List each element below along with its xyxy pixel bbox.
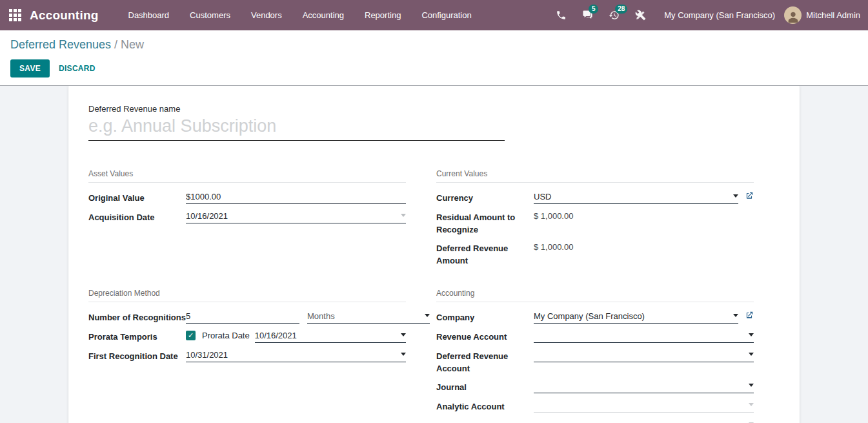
residual-amount-value: $ 1,000.00 bbox=[534, 210, 573, 221]
messages-badge: 5 bbox=[589, 5, 598, 14]
name-field-label: Deferred Revenue name bbox=[88, 104, 780, 114]
field-analytic-account: Analytic Account bbox=[436, 399, 754, 413]
recognition-period-select[interactable] bbox=[307, 310, 421, 321]
prorata-date-input[interactable] bbox=[255, 329, 397, 340]
original-value-input[interactable] bbox=[186, 191, 406, 201]
company-external-link-icon[interactable] bbox=[745, 310, 754, 322]
chevron-down-icon[interactable] bbox=[749, 403, 754, 406]
field-journal: Journal bbox=[436, 380, 754, 394]
chevron-down-icon[interactable] bbox=[749, 353, 754, 356]
activities-badge: 28 bbox=[615, 5, 627, 14]
chevron-down-icon[interactable] bbox=[425, 314, 430, 317]
top-navbar: Accounting Dashboard Customers Vendors A… bbox=[0, 0, 868, 30]
analytic-tag-input[interactable] bbox=[534, 418, 745, 423]
apps-grid-icon bbox=[9, 9, 21, 21]
field-original-value: Original Value bbox=[88, 191, 406, 205]
field-acquisition-date: Acquisition Date bbox=[88, 210, 406, 224]
menu-vendors[interactable]: Vendors bbox=[241, 0, 292, 30]
tools-icon bbox=[635, 10, 646, 21]
company-input[interactable] bbox=[534, 310, 729, 321]
analytic-account-input[interactable] bbox=[534, 399, 745, 410]
deferred-revenue-account-input[interactable] bbox=[534, 349, 745, 360]
revenue-account-input[interactable] bbox=[534, 329, 745, 340]
form-sheet: Deferred Revenue name Asset Values Origi… bbox=[68, 86, 800, 423]
accounting-title: Accounting bbox=[436, 289, 754, 302]
voip-button[interactable] bbox=[548, 0, 574, 30]
messages-button[interactable]: 5 bbox=[574, 0, 601, 30]
section-accounting: Accounting Company Revenue Account bbox=[436, 289, 754, 423]
current-values-title: Current Values bbox=[436, 169, 754, 183]
content-area: Deferred Revenue name Asset Values Origi… bbox=[0, 86, 868, 423]
prorata-date-label: Prorata Date bbox=[202, 331, 250, 340]
systray: 5 28 My Company (San Francisco) Mitchell… bbox=[548, 0, 860, 30]
currency-input[interactable] bbox=[534, 191, 729, 201]
breadcrumb-separator: / bbox=[111, 38, 121, 51]
chevron-down-icon[interactable] bbox=[733, 314, 738, 317]
field-first-recognition-date: First Recognition Date bbox=[88, 349, 406, 363]
avatar bbox=[784, 6, 802, 24]
field-residual-amount: Residual Amount to Recognize $ 1,000.00 bbox=[436, 210, 754, 236]
field-deferred-revenue-account: Deferred Revenue Account bbox=[436, 349, 754, 375]
asset-values-title: Asset Values bbox=[88, 169, 406, 183]
field-deferred-amount: Deferred Revenue Amount $ 1,000.00 bbox=[436, 241, 754, 267]
breadcrumb: Deferred Revenues / New bbox=[10, 38, 858, 52]
acquisition-date-input[interactable] bbox=[186, 210, 397, 221]
breadcrumb-parent[interactable]: Deferred Revenues bbox=[10, 38, 111, 51]
chevron-down-icon[interactable] bbox=[749, 333, 754, 336]
field-revenue-account: Revenue Account bbox=[436, 329, 754, 344]
chevron-down-icon[interactable] bbox=[401, 333, 406, 336]
save-button[interactable]: SAVE bbox=[10, 59, 50, 77]
chevron-down-icon[interactable] bbox=[401, 214, 406, 217]
prorata-temporis-checkbox[interactable]: ✓ bbox=[186, 331, 196, 340]
phone-icon bbox=[556, 10, 567, 21]
debug-tools-button[interactable] bbox=[627, 0, 654, 30]
deferred-revenue-name-input[interactable] bbox=[88, 115, 505, 141]
company-switcher[interactable]: My Company (San Francisco) bbox=[664, 10, 775, 20]
menu-customers[interactable]: Customers bbox=[179, 0, 241, 30]
currency-external-link-icon[interactable] bbox=[745, 191, 754, 203]
section-asset-values: Asset Values Original Value Acquisition … bbox=[88, 169, 406, 272]
field-number-of-recognitions: Number of Recognitions bbox=[88, 310, 406, 324]
field-company: Company bbox=[436, 310, 754, 324]
section-depreciation-method: Depreciation Method Number of Recognitio… bbox=[88, 289, 406, 423]
user-name: Mitchell Admin bbox=[806, 10, 860, 20]
number-of-recognitions-input[interactable] bbox=[186, 310, 299, 321]
field-analytic-tag: Analytic Tag bbox=[436, 418, 754, 423]
chevron-down-icon[interactable] bbox=[401, 353, 406, 356]
field-currency: Currency bbox=[436, 191, 754, 205]
activities-button[interactable]: 28 bbox=[601, 0, 627, 30]
app-brand[interactable]: Accounting bbox=[30, 8, 99, 23]
main-menu: Dashboard Customers Vendors Accounting R… bbox=[118, 0, 482, 30]
menu-configuration[interactable]: Configuration bbox=[411, 0, 481, 30]
chevron-down-icon[interactable] bbox=[733, 194, 738, 198]
section-current-values: Current Values Currency Residual A bbox=[436, 169, 754, 272]
menu-dashboard[interactable]: Dashboard bbox=[118, 0, 180, 30]
control-panel: Deferred Revenues / New SAVE DISCARD bbox=[0, 30, 868, 86]
chevron-down-icon[interactable] bbox=[749, 384, 754, 387]
deferred-amount-value: $ 1,000.00 bbox=[534, 241, 573, 252]
first-recognition-date-input[interactable] bbox=[186, 349, 397, 360]
breadcrumb-current: New bbox=[121, 38, 144, 51]
apps-menu-button[interactable] bbox=[0, 0, 30, 30]
user-menu[interactable]: Mitchell Admin bbox=[784, 6, 860, 24]
journal-input[interactable] bbox=[534, 380, 745, 391]
field-prorata-temporis: Prorata Temporis ✓ Prorata Date bbox=[88, 329, 406, 344]
discard-button[interactable]: DISCARD bbox=[59, 64, 96, 73]
person-icon bbox=[786, 10, 800, 24]
depreciation-method-title: Depreciation Method bbox=[88, 289, 406, 302]
menu-reporting[interactable]: Reporting bbox=[354, 0, 411, 30]
menu-accounting[interactable]: Accounting bbox=[292, 0, 354, 30]
